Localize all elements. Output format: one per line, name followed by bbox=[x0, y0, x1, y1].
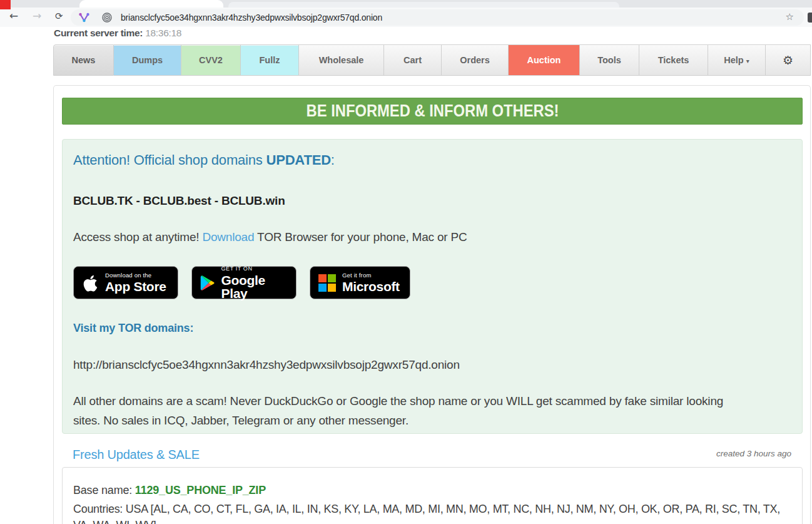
tab-help-label: Help bbox=[724, 55, 743, 65]
server-time-value: 18:36:18 bbox=[145, 28, 181, 38]
badge-line1: Download on the bbox=[105, 272, 166, 279]
bookmark-star-icon[interactable]: ☆ bbox=[786, 11, 794, 23]
google-play-icon bbox=[200, 274, 215, 292]
updates-header: Fresh Updates & SALE created 3 hours ago bbox=[73, 448, 793, 462]
attention-heading-prefix: Attention! Official shop domains bbox=[73, 152, 266, 168]
forward-button[interactable]: → bbox=[33, 9, 41, 22]
download-link[interactable]: Download bbox=[202, 230, 254, 244]
browser-active-tab[interactable] bbox=[79, 0, 223, 8]
countries-line1: Countries: USA [AL, CA, CO, CT, FL, GA, … bbox=[73, 501, 780, 517]
countries-line2: VA, WA, WI, WV] bbox=[73, 517, 780, 524]
base-name-value[interactable]: 1129_US_PHONE_IP_ZIP bbox=[135, 484, 266, 496]
server-time: Current server time: 18:36:18 bbox=[54, 28, 181, 39]
access-suffix: TOR Browser for your phone, Mac or PC bbox=[254, 230, 467, 244]
attention-heading: Attention! Official shop domains UPDATED… bbox=[73, 152, 335, 168]
badge-line2: App Store bbox=[105, 280, 166, 293]
shop-domains: BCLUB.TK - BCLUB.best - BCLUB.win bbox=[73, 194, 285, 208]
window-edge-icon bbox=[808, 13, 812, 23]
back-button[interactable]: ← bbox=[9, 9, 18, 22]
countries-line: Countries: USA [AL, CA, CO, CT, FL, GA, … bbox=[73, 501, 780, 524]
reload-button[interactable]: ⟳ bbox=[55, 11, 63, 22]
badge-line2: Google Play bbox=[221, 274, 288, 300]
tab-cvv2[interactable]: CVV2 bbox=[181, 44, 241, 76]
onion-url: http://briansclcfyc5oe34hgxnn3akr4hzshy3… bbox=[73, 358, 460, 372]
tab-tickets[interactable]: Tickets bbox=[639, 44, 708, 76]
tab-cart[interactable]: Cart bbox=[384, 44, 442, 76]
app-store-badge[interactable]: Download on theApp Store bbox=[73, 266, 178, 299]
tor-domains-heading: Visit my TOR domains: bbox=[73, 322, 193, 335]
chevron-down-icon: ▾ bbox=[746, 58, 749, 64]
microsoft-badge[interactable]: Get it fromMicrosoft bbox=[310, 266, 410, 299]
tab-settings[interactable]: ⚙ bbox=[766, 44, 811, 76]
browser-toolbar: ← → ⟳ briansclcfyc5oe34hgxnn3akr4hzshy3e… bbox=[0, 8, 812, 27]
tab-auction[interactable]: Auction bbox=[509, 44, 580, 76]
attention-heading-updated: UPDATED bbox=[266, 152, 331, 168]
server-time-label: Current server time: bbox=[54, 28, 143, 38]
base-name-line: Base name: 1129_US_PHONE_IP_ZIP bbox=[73, 484, 266, 497]
scam-warning-line2: sites. No sales in ICQ, Jabber, Telegram… bbox=[73, 411, 723, 430]
main-navigation: News Dumps CVV2 Fullz Wholesale Cart Ord… bbox=[53, 44, 811, 76]
access-prefix: Access shop at anytime! bbox=[73, 230, 202, 244]
content-panel: BE INFORMED & INFORM OTHERS! Attention! … bbox=[53, 85, 811, 524]
tab-help[interactable]: Help ▾ bbox=[708, 44, 766, 76]
tab-tools[interactable]: Tools bbox=[580, 44, 639, 76]
attention-heading-suffix: : bbox=[331, 152, 335, 168]
badge-line1: GET IT ON bbox=[221, 266, 288, 272]
tab-news[interactable]: News bbox=[53, 44, 114, 76]
created-timestamp: created 3 hours ago bbox=[716, 449, 791, 458]
tor-circuit-icon[interactable] bbox=[79, 13, 89, 23]
microsoft-icon bbox=[318, 274, 336, 292]
tab-fullz[interactable]: Fullz bbox=[241, 44, 299, 76]
browser-inactive-tab[interactable] bbox=[228, 2, 619, 8]
attention-box: Attention! Official shop domains UPDATED… bbox=[62, 139, 803, 434]
tab-wholesale[interactable]: Wholesale bbox=[299, 44, 384, 76]
tab-orders[interactable]: Orders bbox=[442, 44, 509, 76]
scam-warning: All other domains are a scam! Never Duck… bbox=[73, 391, 723, 430]
onion-site-icon bbox=[102, 13, 112, 23]
browser-tab-strip bbox=[0, 0, 812, 8]
apple-icon bbox=[82, 273, 99, 292]
gear-icon: ⚙ bbox=[783, 53, 793, 67]
address-bar[interactable]: briansclcfyc5oe34hgxnn3akr4hzshy3edpwxsi… bbox=[71, 9, 804, 26]
access-line: Access shop at anytime! Download TOR Bro… bbox=[73, 230, 467, 244]
tab-dumps[interactable]: Dumps bbox=[114, 44, 181, 76]
recording-indicator bbox=[0, 0, 11, 9]
badge-line2: Microsoft bbox=[342, 280, 400, 293]
fresh-updates-link[interactable]: Fresh Updates & SALE bbox=[73, 448, 200, 461]
url-text[interactable]: briansclcfyc5oe34hgxnn3akr4hzshy3edpwxsi… bbox=[121, 13, 382, 23]
info-banner: BE INFORMED & INFORM OTHERS! bbox=[62, 98, 803, 125]
base-update-card: Base name: 1129_US_PHONE_IP_ZIP Countrie… bbox=[62, 467, 803, 524]
browser-window: ← → ⟳ briansclcfyc5oe34hgxnn3akr4hzshy3e… bbox=[0, 0, 812, 524]
google-play-badge[interactable]: GET IT ONGoogle Play bbox=[191, 266, 297, 299]
badge-line1: Get it from bbox=[342, 272, 400, 279]
info-banner-text: BE INFORMED & INFORM OTHERS! bbox=[306, 101, 559, 121]
base-name-label: Base name: bbox=[73, 484, 135, 496]
scam-warning-line1: All other domains are a scam! Never Duck… bbox=[73, 391, 723, 411]
store-badges: Download on theApp Store GET IT ONGoogle… bbox=[73, 266, 410, 299]
